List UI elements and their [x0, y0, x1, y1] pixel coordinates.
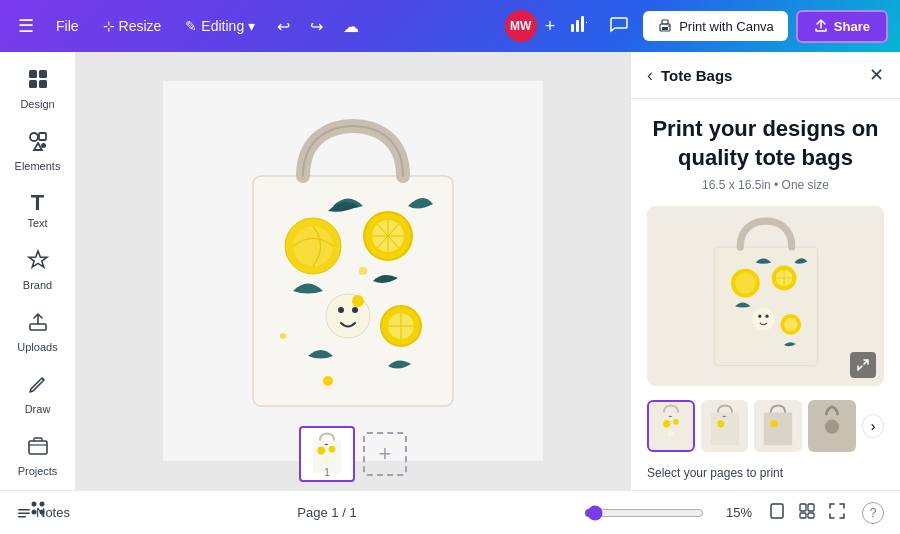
variant-row: › — [647, 400, 884, 452]
svg-rect-16 — [30, 324, 46, 330]
projects-icon — [27, 435, 49, 462]
undo-button[interactable]: ↩ — [271, 11, 296, 42]
panel-close-button[interactable]: ✕ — [869, 64, 884, 86]
svg-point-31 — [338, 307, 344, 313]
grid-view-button[interactable] — [794, 498, 820, 528]
canvas-background[interactable] — [163, 81, 543, 461]
brand-icon — [27, 249, 49, 276]
panel-content: Print your designs on quality tote bags … — [631, 99, 900, 490]
analytics-icon — [569, 14, 589, 34]
svg-point-39 — [280, 333, 286, 339]
panel-main-title: Print your designs on quality tote bags — [647, 115, 884, 172]
pencil-icon: ✎ — [185, 18, 197, 34]
svg-rect-22 — [253, 176, 453, 406]
variant-thumb-3[interactable] — [754, 400, 802, 452]
svg-rect-0 — [571, 24, 574, 32]
svg-point-7 — [668, 25, 670, 27]
editing-button[interactable]: ✎ Editing ▾ — [177, 12, 263, 40]
svg-rect-70 — [800, 513, 806, 518]
redo-button[interactable]: ↪ — [304, 11, 329, 42]
svg-point-25 — [293, 226, 333, 266]
sidebar-label-draw: Draw — [25, 403, 51, 415]
sidebar-item-projects[interactable]: Projects — [4, 427, 72, 485]
notes-icon — [16, 505, 32, 521]
resize-button[interactable]: ⊹ Resize — [95, 12, 170, 40]
svg-rect-65 — [18, 512, 30, 514]
panel-subtitle: 16.5 x 16.5in • One size — [647, 178, 884, 192]
add-page-button[interactable]: + — [363, 432, 407, 476]
design-icon — [27, 68, 49, 95]
avatar-button[interactable]: MW — [505, 10, 537, 42]
variant-thumb-1[interactable] — [647, 400, 695, 452]
sidebar-label-projects: Projects — [18, 465, 58, 477]
svg-point-37 — [359, 267, 367, 275]
variant-4-icon — [812, 404, 852, 448]
variant-thumb-2[interactable] — [701, 400, 749, 452]
svg-rect-67 — [771, 504, 783, 518]
svg-rect-64 — [18, 509, 30, 511]
expand-preview-button[interactable] — [850, 352, 876, 378]
single-page-view-button[interactable] — [764, 498, 790, 528]
zoom-slider[interactable] — [584, 505, 704, 521]
svg-point-50 — [758, 315, 761, 318]
uploads-icon — [27, 311, 49, 338]
header-right: MW + Print with Canva — [505, 8, 888, 45]
svg-rect-17 — [29, 441, 47, 454]
analytics-button[interactable] — [563, 8, 595, 45]
fullscreen-button[interactable] — [824, 498, 850, 528]
sidebar-item-uploads[interactable]: Uploads — [4, 303, 72, 361]
panel-title: Tote Bags — [661, 67, 861, 84]
grid-view-icon — [798, 502, 816, 520]
share-icon — [814, 19, 828, 33]
sidebar-label-uploads: Uploads — [17, 341, 57, 353]
thumb-number: 1 — [324, 467, 330, 478]
svg-rect-44 — [714, 247, 817, 366]
svg-point-46 — [735, 273, 756, 294]
variant-thumb-4[interactable] — [808, 400, 856, 452]
svg-point-53 — [784, 318, 797, 331]
svg-point-51 — [765, 315, 768, 318]
sidebar-item-brand[interactable]: Brand — [4, 241, 72, 299]
sidebar-label-text: Text — [27, 217, 47, 229]
hamburger-button[interactable]: ☰ — [12, 9, 40, 43]
sidebar-label-design: Design — [20, 98, 54, 110]
sidebar-item-design[interactable]: Design — [4, 60, 72, 118]
page-thumbnail-1[interactable]: 1 — [299, 426, 355, 482]
svg-rect-11 — [39, 80, 47, 88]
svg-rect-58 — [710, 413, 738, 446]
notes-button[interactable]: Notes — [16, 505, 70, 521]
sidebar-label-brand: Brand — [23, 279, 52, 291]
view-buttons — [764, 498, 850, 528]
elements-icon — [27, 130, 49, 157]
right-panel: ‹ Tote Bags ✕ Print your designs on qual… — [630, 52, 900, 490]
tote-bag-design — [233, 116, 473, 426]
add-collaborator-button[interactable]: + — [545, 16, 556, 37]
page-info: Page 1 / 1 — [82, 505, 572, 520]
text-icon: T — [31, 192, 44, 214]
cloud-save-button[interactable]: ☁ — [337, 11, 365, 42]
sidebar-item-draw[interactable]: Draw — [4, 365, 72, 423]
print-with-canva-button[interactable]: Print with Canva — [643, 11, 788, 41]
svg-rect-66 — [18, 516, 26, 518]
page-thumbnails: 1 + — [299, 426, 407, 482]
file-button[interactable]: File — [48, 12, 87, 40]
sidebar-item-elements[interactable]: Elements — [4, 122, 72, 180]
svg-rect-8 — [29, 70, 37, 78]
draw-icon — [27, 373, 49, 400]
comment-button[interactable] — [603, 8, 635, 45]
fullscreen-icon — [828, 502, 846, 520]
resize-icon: ⊹ — [103, 18, 115, 34]
svg-rect-13 — [39, 133, 46, 140]
panel-back-button[interactable]: ‹ — [647, 65, 653, 86]
share-button[interactable]: Share — [796, 10, 888, 43]
svg-point-57 — [667, 430, 673, 436]
svg-point-61 — [771, 421, 778, 428]
svg-point-49 — [752, 308, 775, 331]
sidebar-label-elements: Elements — [15, 160, 61, 172]
sidebar-item-text[interactable]: T Text — [4, 184, 72, 237]
help-button[interactable]: ? — [862, 502, 884, 524]
variant-next-button[interactable]: › — [862, 414, 884, 438]
panel-header: ‹ Tote Bags ✕ — [631, 52, 900, 99]
svg-point-55 — [663, 421, 670, 428]
svg-point-12 — [30, 133, 38, 141]
